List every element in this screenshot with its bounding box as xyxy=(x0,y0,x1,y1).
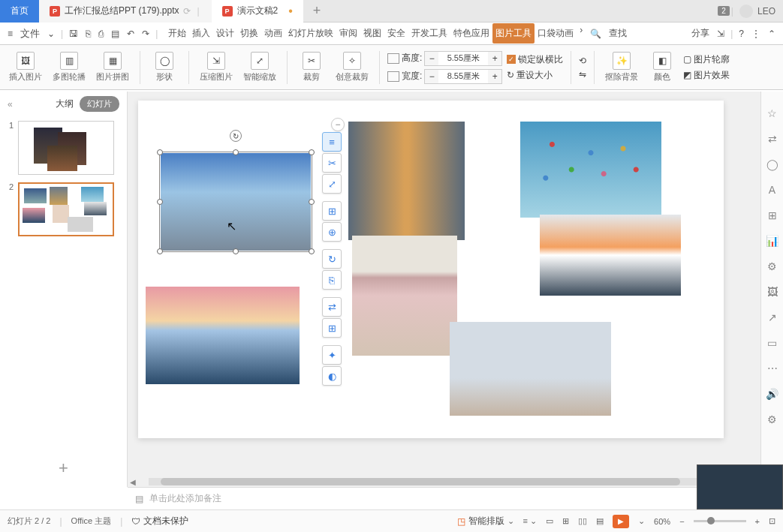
resize-handle-e[interactable] xyxy=(309,199,315,205)
insert-picture-button[interactable]: 🖼插入图片 xyxy=(6,50,45,84)
shape-side-icon[interactable]: ◯ xyxy=(766,158,779,171)
decrement-button[interactable]: − xyxy=(425,70,438,83)
smart-layout-button[interactable]: ◳智能排版 ⌄ xyxy=(457,515,514,527)
crop-button[interactable]: ✂裁剪 xyxy=(295,50,328,84)
decrement-button[interactable]: − xyxy=(425,52,438,65)
multi-carousel-button[interactable]: ▥多图轮播 xyxy=(50,50,89,84)
export-icon[interactable]: ⇲ xyxy=(714,27,727,41)
picture-outline-button[interactable]: ▢图片轮廓 xyxy=(683,53,730,66)
star-icon[interactable]: ☆ xyxy=(766,107,779,120)
fit-button[interactable]: ⊡ xyxy=(769,516,775,526)
notification-badge[interactable]: 2 xyxy=(718,6,730,16)
width-stepper[interactable]: − + xyxy=(424,69,502,84)
ribbon-pocket-anim[interactable]: 口袋动画 xyxy=(535,23,577,44)
ribbon-start[interactable]: 开始 xyxy=(165,23,189,44)
scroll-left-icon[interactable]: ◀ xyxy=(128,478,138,486)
compress-button[interactable]: ⇲压缩图片 xyxy=(197,50,236,84)
ribbon-devtools[interactable]: 开发工具 xyxy=(408,23,450,44)
collapse-panel-icon[interactable]: « xyxy=(8,99,13,110)
list-view-icon[interactable]: ≡ ⌄ xyxy=(523,516,537,526)
creative-crop-button[interactable]: ✧创意裁剪 xyxy=(333,50,372,84)
horizontal-scrollbar[interactable]: ◀ ▶ xyxy=(128,476,760,487)
crop-tool-icon[interactable]: ✂ xyxy=(322,153,342,173)
resize-handle-n[interactable] xyxy=(233,149,239,155)
text-icon[interactable]: A xyxy=(766,183,779,197)
layout-icon[interactable]: ▭ xyxy=(766,336,779,350)
switch-icon[interactable]: ⇄ xyxy=(766,132,779,146)
tab-document-2[interactable]: P 演示文稿2 • xyxy=(212,0,303,23)
image-city-skyline[interactable] xyxy=(348,122,465,240)
preview-icon[interactable]: ▤ xyxy=(108,27,122,41)
picture-puzzle-button[interactable]: ▦图片拼图 xyxy=(93,50,132,84)
hamburger-icon[interactable]: ≡ xyxy=(5,27,16,41)
slides-tab[interactable]: 幻灯片 xyxy=(80,96,119,112)
expand-icon[interactable]: ⤢ xyxy=(322,174,342,194)
search-label[interactable]: 查找 xyxy=(606,26,630,41)
file-menu[interactable]: 文件 xyxy=(17,26,43,42)
sorter-view-icon[interactable]: ⊞ xyxy=(562,516,569,526)
slide-thumbnail[interactable]: 2 xyxy=(5,182,122,236)
color-button[interactable]: ◧颜色 xyxy=(646,50,679,84)
grid-icon[interactable]: ⊞ xyxy=(766,209,779,222)
ribbon-picture-tools[interactable]: 图片工具 xyxy=(492,23,535,44)
copy-icon[interactable]: ⎘ xyxy=(322,270,342,290)
redo-icon[interactable]: ↷ xyxy=(139,27,152,41)
layers-icon[interactable]: ≡ xyxy=(322,132,342,152)
more-icon[interactable]: ⋮ xyxy=(748,27,763,41)
slider-thumb[interactable] xyxy=(707,517,715,524)
ribbon-transition[interactable]: 切换 xyxy=(237,23,261,44)
increment-button[interactable]: + xyxy=(488,70,501,83)
image-ferris-wheel[interactable] xyxy=(450,322,611,416)
resize-handle-s[interactable] xyxy=(233,248,239,254)
rotate-handle[interactable]: ↻ xyxy=(230,130,242,142)
contrast-icon[interactable]: ◐ xyxy=(322,366,342,386)
resize-handle-sw[interactable] xyxy=(157,248,163,254)
collapse-toolbar-button[interactable]: − xyxy=(331,118,345,131)
share-label[interactable]: 分享 xyxy=(688,26,712,41)
username[interactable]: LEO xyxy=(757,6,775,17)
align-icon[interactable]: ⊞ xyxy=(322,201,342,221)
speaker-icon[interactable]: 🔊 xyxy=(766,387,779,401)
shape-button[interactable]: ◯形状 xyxy=(148,50,181,84)
reading-view-icon[interactable]: ▯▯ xyxy=(578,516,587,526)
avatar[interactable] xyxy=(739,5,753,18)
add-icon[interactable]: ⊞ xyxy=(322,318,342,338)
image-side-icon[interactable]: 🖼 xyxy=(766,285,779,299)
dots-icon[interactable]: ⋯ xyxy=(766,362,779,375)
zoom-icon[interactable]: ⊕ xyxy=(322,222,342,242)
resize-handle-ne[interactable] xyxy=(309,149,315,155)
ribbon-animation[interactable]: 动画 xyxy=(261,23,285,44)
tab-document-1[interactable]: P 工作汇报总结PPT (179).pptx ⟳ | xyxy=(39,0,212,23)
image-balloons[interactable] xyxy=(520,122,661,218)
smart-scale-button[interactable]: ⤢智能缩放 xyxy=(240,50,279,84)
notes-pane[interactable]: ▤ 单击此处添加备注 xyxy=(128,487,760,509)
reset-size-button[interactable]: ↻重设大小 xyxy=(507,69,563,82)
zoom-out-button[interactable]: − xyxy=(679,517,684,526)
slide-thumbnail[interactable]: 1 xyxy=(5,121,122,175)
rotate-tool-icon[interactable]: ↻ xyxy=(322,249,342,269)
width-input[interactable] xyxy=(438,70,488,83)
image-flowers[interactable] xyxy=(352,236,457,356)
ribbon-review[interactable]: 审阅 xyxy=(336,23,360,44)
image-pink-desert[interactable] xyxy=(146,287,300,384)
ribbon-special[interactable]: 特色应用 xyxy=(450,23,492,44)
effects-icon[interactable]: ✦ xyxy=(322,345,342,365)
ribbon-view[interactable]: 视图 xyxy=(360,23,384,44)
outline-tab[interactable]: 大纲 xyxy=(56,98,74,110)
overflow-icon[interactable]: › xyxy=(577,23,586,44)
resize-handle-w[interactable] xyxy=(157,199,163,205)
zoom-in-button[interactable]: + xyxy=(755,517,760,526)
scrollbar-thumb[interactable] xyxy=(161,478,681,485)
open-icon[interactable]: ⎘ xyxy=(83,27,94,41)
notes-view-icon[interactable]: ▤ xyxy=(596,516,604,526)
resize-handle-nw[interactable] xyxy=(157,149,163,155)
print-icon[interactable]: ⎙ xyxy=(95,27,107,41)
new-tab-button[interactable]: + xyxy=(303,3,330,19)
ribbon-design[interactable]: 设计 xyxy=(213,23,237,44)
zoom-label[interactable]: 60% xyxy=(654,517,670,526)
undo-icon[interactable]: ↶ xyxy=(124,27,137,41)
help-icon[interactable]: ? xyxy=(736,27,747,41)
collapse-ribbon-icon[interactable]: ⌃ xyxy=(765,27,778,41)
zoom-slider[interactable] xyxy=(694,520,746,522)
gear-icon[interactable]: ⚙ xyxy=(766,413,779,426)
